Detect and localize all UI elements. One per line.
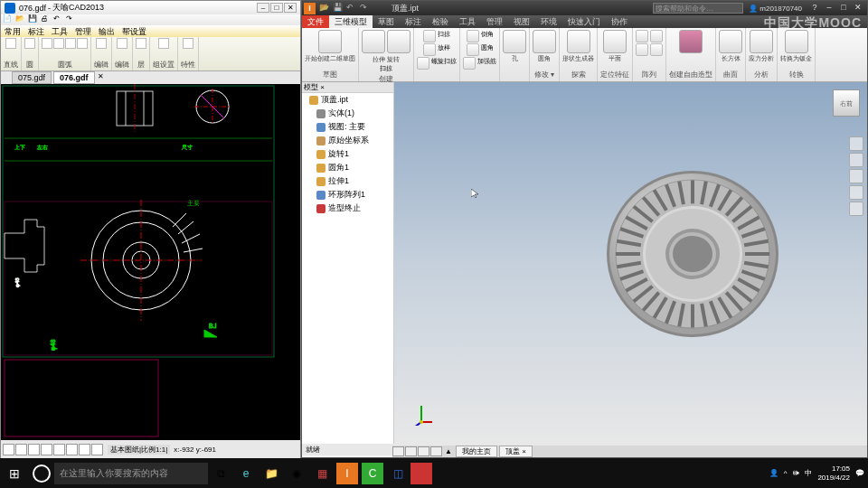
folder-icon[interactable]: 📁 bbox=[259, 459, 284, 488]
menu-item[interactable]: 输出 bbox=[95, 25, 118, 37]
status-btn[interactable] bbox=[28, 444, 40, 455]
convert-button[interactable] bbox=[785, 30, 808, 53]
min-button[interactable]: – bbox=[822, 3, 836, 14]
taskbar-search[interactable]: 在这里输入你要搜索的内容 bbox=[54, 463, 208, 484]
help-icon[interactable]: ? bbox=[807, 3, 822, 14]
circle-icon[interactable] bbox=[24, 38, 35, 49]
app-icon[interactable] bbox=[410, 463, 432, 484]
fillet-button[interactable] bbox=[533, 30, 556, 53]
extrude-button[interactable] bbox=[362, 30, 385, 53]
file-tab[interactable]: 文件 bbox=[302, 15, 329, 28]
qat-redo-icon[interactable]: ↷ bbox=[66, 14, 77, 24]
status-btn[interactable] bbox=[91, 444, 103, 455]
cad-canvas[interactable]: 上下 左右 尺寸 φ48 bbox=[1, 84, 300, 440]
user-label[interactable]: 👤 m201870740 bbox=[749, 5, 802, 13]
qat-save-icon[interactable]: 💾 bbox=[28, 14, 39, 24]
menu-item[interactable]: 工具 bbox=[48, 25, 71, 37]
revolve-button[interactable] bbox=[387, 30, 410, 53]
menu-item[interactable]: 帮设置 bbox=[118, 25, 150, 37]
tab[interactable]: 快速入门 bbox=[562, 15, 606, 28]
tree-item[interactable]: 实体(1) bbox=[302, 107, 393, 120]
close-button[interactable]: ✕ bbox=[851, 3, 865, 14]
qat-print-icon[interactable]: 🖨 bbox=[41, 14, 52, 24]
tree-item[interactable]: 造型终止 bbox=[302, 202, 393, 215]
doc-tab[interactable]: 075.gdf bbox=[12, 71, 52, 84]
menu-item[interactable]: 管理 bbox=[71, 25, 95, 37]
status-btn[interactable] bbox=[66, 444, 78, 455]
model-browser[interactable]: 模型 × 顶盖.ipt 实体(1) 视图: 主要 原始坐标系 旋转1 圆角1 拉… bbox=[302, 82, 394, 444]
edge-icon[interactable]: e bbox=[233, 459, 259, 488]
app-icon[interactable]: ◫ bbox=[385, 459, 410, 488]
inventor-titlebar[interactable]: I 📂 💾 ↶ ↷ 顶盖.ipt 搜索帮助和命令… 👤 m201870740 ?… bbox=[302, 1, 867, 15]
tree-item[interactable]: 环形阵列1 bbox=[302, 188, 393, 202]
tree-item[interactable]: 视图: 主要 bbox=[302, 120, 393, 134]
qat-open-icon[interactable]: 📂 bbox=[15, 14, 26, 24]
tab[interactable]: 环境 bbox=[535, 15, 562, 28]
tree-item[interactable]: 圆角1 bbox=[302, 161, 393, 174]
clock[interactable]: 17:052019/4/22 bbox=[817, 465, 850, 483]
tab[interactable]: 管理 bbox=[481, 15, 508, 28]
tab[interactable]: 协作 bbox=[606, 15, 633, 28]
arc-icon[interactable] bbox=[42, 38, 52, 49]
tab[interactable]: 工具 bbox=[454, 15, 481, 28]
taskview-icon[interactable]: ⧉ bbox=[208, 459, 233, 488]
qat-save-icon[interactable]: 💾 bbox=[333, 3, 345, 14]
status-btn[interactable] bbox=[79, 444, 90, 455]
caxa-task-icon[interactable]: C bbox=[362, 463, 383, 484]
status-btn[interactable] bbox=[3, 444, 14, 455]
qat-new-icon[interactable]: 📄 bbox=[3, 14, 14, 24]
view-btn[interactable] bbox=[430, 446, 442, 456]
max-button[interactable]: □ bbox=[836, 3, 851, 14]
sketch-button[interactable] bbox=[318, 30, 342, 53]
start-button[interactable]: ⊞ bbox=[0, 459, 29, 488]
doc-tab-active[interactable]: 076.gdf bbox=[53, 71, 95, 84]
status-btn[interactable] bbox=[15, 444, 27, 455]
tree-item[interactable]: 拉伸1 bbox=[302, 174, 393, 188]
chrome-icon[interactable]: ◉ bbox=[284, 459, 309, 488]
search-input[interactable]: 搜索帮助和命令… bbox=[653, 3, 743, 14]
stress-button[interactable] bbox=[750, 30, 773, 53]
tray-up-icon[interactable]: ^ bbox=[784, 469, 788, 477]
tab[interactable]: 检验 bbox=[427, 15, 454, 28]
tray-people-icon[interactable]: 👤 bbox=[769, 469, 778, 477]
line-icon[interactable] bbox=[5, 38, 16, 49]
view-tab-doc[interactable]: 顶盖 × bbox=[499, 446, 533, 457]
box-button[interactable] bbox=[719, 30, 742, 53]
system-tray[interactable]: 👤 ^ 🕪 中 17:052019/4/22 💬 bbox=[769, 465, 868, 483]
tab-3dmodel[interactable]: 三维模型 bbox=[329, 15, 373, 28]
hole-button[interactable] bbox=[503, 30, 526, 53]
status-btn[interactable] bbox=[41, 444, 52, 455]
close-button[interactable]: ✕ bbox=[284, 3, 297, 13]
tab[interactable]: 标注 bbox=[400, 15, 427, 28]
menu-item[interactable]: 标注 bbox=[24, 25, 48, 37]
tray-net-icon[interactable]: 🕪 bbox=[792, 469, 799, 477]
freeform-button[interactable] bbox=[679, 30, 703, 53]
qat-undo-icon[interactable]: ↶ bbox=[53, 14, 64, 24]
plane-button[interactable] bbox=[603, 30, 627, 53]
view-btn[interactable] bbox=[405, 446, 417, 456]
notifications-icon[interactable]: 💬 bbox=[855, 469, 864, 477]
tree-item[interactable]: 原始坐标系 bbox=[302, 134, 393, 147]
qat-undo-icon[interactable]: ↶ bbox=[346, 3, 359, 14]
status-btn[interactable] bbox=[53, 444, 65, 455]
qat-redo-icon[interactable]: ↷ bbox=[360, 3, 373, 14]
cortana-icon[interactable] bbox=[33, 465, 51, 483]
tab[interactable]: 草图 bbox=[373, 15, 400, 28]
taskbar[interactable]: ⊞ 在这里输入你要搜索的内容 ⧉ e 📁 ◉ ▦ I C ◫ 👤 ^ 🕪 中 1… bbox=[0, 458, 868, 488]
view-btn[interactable] bbox=[418, 446, 429, 456]
tree-root[interactable]: 顶盖.ipt bbox=[302, 93, 393, 107]
max-button[interactable]: □ bbox=[270, 3, 283, 13]
menu-item[interactable]: 常用 bbox=[1, 25, 24, 37]
caxa-titlebar[interactable]: 076.gdf - 天喻CAD2013 – □ ✕ bbox=[1, 1, 300, 14]
qat-open-icon[interactable]: 📂 bbox=[319, 3, 332, 14]
3d-viewport[interactable]: 右前 /*te bbox=[394, 82, 867, 444]
inventor-task-icon[interactable]: I bbox=[336, 463, 358, 484]
tree-item[interactable]: 旋转1 bbox=[302, 147, 393, 161]
view-btn[interactable] bbox=[392, 446, 404, 456]
word-icon[interactable]: ▦ bbox=[309, 459, 335, 488]
tray-ime-icon[interactable]: 中 bbox=[805, 468, 812, 478]
shape-gen-button[interactable] bbox=[567, 30, 590, 53]
tab[interactable]: 视图 bbox=[508, 15, 535, 28]
tree-tabs[interactable]: 模型 × bbox=[302, 82, 393, 93]
min-button[interactable]: – bbox=[257, 3, 269, 13]
